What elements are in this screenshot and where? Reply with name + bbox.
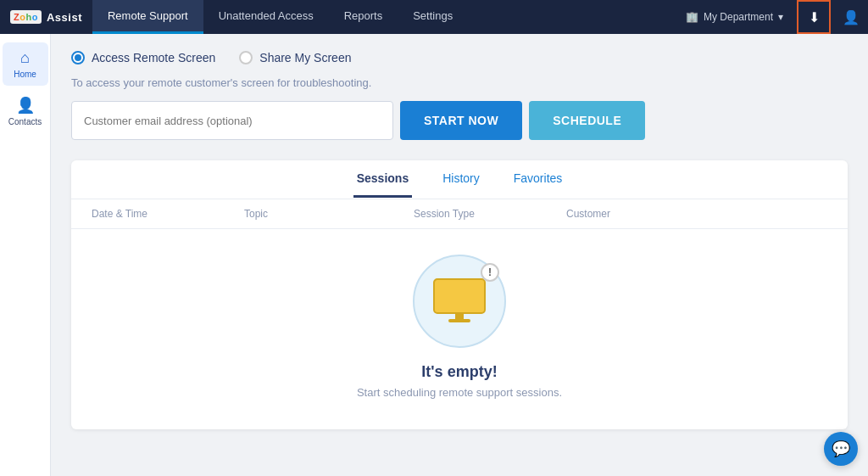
empty-state: ! It's empty! Start scheduling remote su… [71,229,848,429]
svg-rect-3 [448,319,470,322]
radio-access-remote-circle [71,51,85,64]
layout: ⌂ Home 👤 Contacts Access Remote Screen S… [0,34,868,476]
table-header-row: Date & Time Topic Session Type Customer [71,199,848,229]
dept-chevron-icon: ▾ [778,11,783,23]
download-button[interactable]: ⬇ [797,0,831,34]
svg-rect-2 [455,313,464,320]
sidebar-item-home[interactable]: ⌂ Home [3,42,48,86]
sessions-tabs: Sessions History Favorites [71,160,848,199]
nav-tab-settings[interactable]: Settings [398,0,468,34]
user-icon: 👤 [843,9,860,25]
contacts-icon: 👤 [16,96,35,115]
assist-label: Assist [47,11,82,24]
email-input[interactable] [71,101,393,140]
main-content: Access Remote Screen Share My Screen To … [51,34,868,476]
helper-text: To access your remote customer's screen … [71,76,848,89]
radio-access-remote-label: Access Remote Screen [92,51,215,64]
nav-tab-reports[interactable]: Reports [329,0,398,34]
sidebar: ⌂ Home 👤 Contacts [0,34,51,476]
dept-building-icon: 🏢 [686,11,698,23]
dept-label: My Department [704,11,773,23]
chat-widget-button[interactable]: 💬 [824,432,858,466]
radio-options-row: Access Remote Screen Share My Screen [71,51,848,64]
nav-tab-remote-support[interactable]: Remote Support [92,0,203,34]
exclaim-badge: ! [481,263,499,282]
monitor-illustration: ! [413,255,506,348]
empty-title: It's empty! [421,363,497,381]
department-button[interactable]: 🏢 My Department ▾ [676,0,793,34]
col-header-datetime: Date & Time [92,208,244,220]
start-now-button[interactable]: START NOW [400,101,522,140]
logo-area[interactable]: Zoho Assist [0,0,92,34]
svg-rect-1 [437,283,481,310]
tab-sessions[interactable]: Sessions [353,161,412,198]
radio-share-screen-circle [239,51,253,64]
logo-o2: o [32,12,38,22]
top-navigation: Zoho Assist Remote Support Unattended Ac… [0,0,868,34]
home-icon: ⌂ [20,49,30,67]
nav-tab-unattended-access[interactable]: Unattended Access [203,0,329,34]
col-header-session-type: Session Type [414,208,566,220]
col-header-topic: Topic [244,208,414,220]
col-header-customer: Customer [566,208,827,220]
radio-share-screen[interactable]: Share My Screen [239,51,351,64]
monitor-svg [430,276,489,327]
logo-h: h [25,12,31,22]
action-row: START NOW SCHEDULE [71,101,848,140]
zoho-logo: Zoho [10,10,42,24]
schedule-button[interactable]: SCHEDULE [529,101,645,140]
user-profile-button[interactable]: 👤 [834,0,868,34]
radio-share-screen-label: Share My Screen [259,51,351,64]
empty-subtitle: Start scheduling remote support sessions… [357,386,562,399]
sidebar-item-contacts-label: Contacts [8,117,42,126]
nav-right: 🏢 My Department ▾ ⬇ 👤 [676,0,868,34]
chat-icon: 💬 [832,440,850,458]
tab-history[interactable]: History [439,161,483,198]
sidebar-item-home-label: Home [14,70,36,79]
nav-tabs: Remote Support Unattended Access Reports… [92,0,468,34]
download-icon: ⬇ [809,9,820,25]
sidebar-item-contacts[interactable]: 👤 Contacts [3,89,48,133]
radio-access-remote[interactable]: Access Remote Screen [71,51,215,64]
tab-favorites[interactable]: Favorites [510,161,566,198]
sessions-panel: Sessions History Favorites Date & Time T… [71,160,848,429]
